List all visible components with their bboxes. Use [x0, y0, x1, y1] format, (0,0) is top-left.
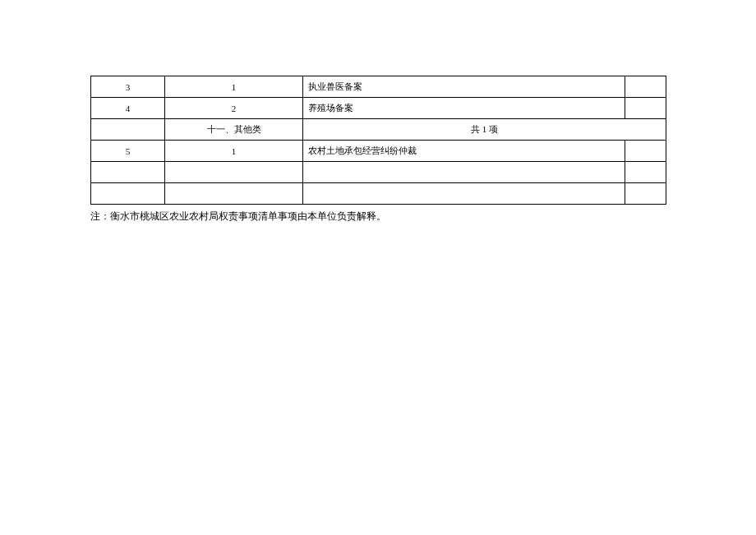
cell-extra: [625, 183, 666, 205]
table-row: [91, 183, 666, 205]
cell-subindex: 2: [165, 98, 303, 119]
cell-extra: [625, 76, 666, 98]
table-row: 3 1 执业兽医备案: [91, 76, 666, 98]
cell-index: [91, 183, 165, 205]
table-row: [91, 162, 666, 183]
cell-index: [91, 162, 165, 183]
table-row: 4 2 养殖场备案: [91, 98, 666, 119]
cell-subindex: 1: [165, 76, 303, 98]
cell-subindex: [165, 183, 303, 205]
cell-extra: [625, 162, 666, 183]
cell-item: [303, 183, 625, 205]
footnote: 注：衡水市桃城区农业农村局权责事项清单事项由本单位负责解释。: [90, 210, 756, 224]
cell-extra: [625, 141, 666, 162]
cell-subindex: 1: [165, 141, 303, 162]
cell-item: 养殖场备案: [303, 98, 625, 119]
cell-subindex: [165, 162, 303, 183]
cell-section-count: 共 1 项: [303, 119, 666, 141]
cell-item: 农村土地承包经营纠纷仲裁: [303, 141, 625, 162]
cell-index: 4: [91, 98, 165, 119]
cell-section-title: 十一、其他类: [165, 119, 303, 141]
cell-index: 3: [91, 76, 165, 98]
cell-index: 5: [91, 141, 165, 162]
cell-item: 执业兽医备案: [303, 76, 625, 98]
table-section-row: 十一、其他类 共 1 项: [91, 119, 666, 141]
data-table: 3 1 执业兽医备案 4 2 养殖场备案 十一、其他类 共 1 项 5 1 农村…: [90, 76, 666, 205]
table-row: 5 1 农村土地承包经营纠纷仲裁: [91, 141, 666, 162]
cell-index: [91, 119, 165, 141]
cell-extra: [625, 98, 666, 119]
cell-item: [303, 162, 625, 183]
